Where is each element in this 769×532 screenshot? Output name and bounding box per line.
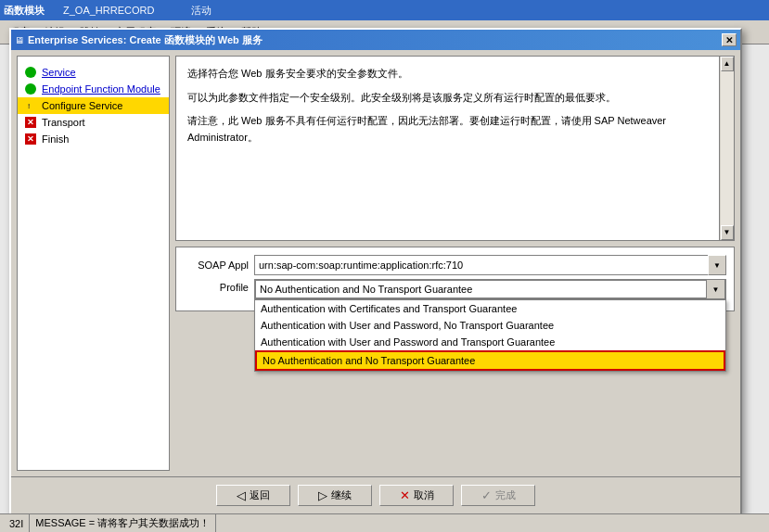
cancel-button[interactable]: ✕ 取消 (379, 485, 454, 506)
scroll-up-button[interactable]: ▲ (721, 57, 734, 71)
profile-dropdown-arrow[interactable]: ▼ (706, 280, 724, 298)
endpoint-status-icon (25, 83, 36, 95)
modal-footer: ◁ 返回 ▷ 继续 ✕ 取消 ✓ 完成 (11, 476, 740, 513)
status-bar: 32I MESSAGE = 请将客户其关数据成功！ (0, 513, 769, 532)
description-box: 选择符合您 Web 服务安全要求的安全参数文件。 可以为此参数文件指定一个安全级… (175, 56, 735, 241)
transport-text: Transport (42, 117, 85, 128)
nav-item-endpoint[interactable]: Endpoint Function Module (18, 81, 169, 97)
profile-dropdown-list: Authentication with Certificates and Tra… (254, 299, 726, 372)
navigation-panel: Service Endpoint Function Module ! Confi… (17, 56, 170, 471)
soap-value: urn:sap-com:soap:runtime:application:rfc… (255, 258, 467, 272)
sap-window-col2: Z_OA_HRRECORD (63, 5, 154, 16)
profile-select-display[interactable]: No Authentication and No Transport Guara… (254, 279, 726, 299)
desc-para3: 请注意，此 Web 服务不具有任何运行时配置，因此无法部署。要创建运行时配置，请… (187, 113, 708, 146)
soap-label: SOAP Appl (184, 260, 249, 271)
scroll-down-button[interactable]: ▼ (721, 225, 734, 240)
content-panel: 选择符合您 Web 服务安全要求的安全参数文件。 可以为此参数文件指定一个安全级… (175, 56, 735, 471)
nav-item-finish[interactable]: ✕ Finish (18, 131, 169, 147)
desc-para1: 选择符合您 Web 服务安全要求的安全参数文件。 (187, 66, 708, 82)
profile-row: Profile No Authentication and No Transpo… (184, 279, 726, 299)
service-status-icon (25, 67, 36, 78)
endpoint-link[interactable]: Endpoint Function Module (42, 83, 160, 95)
dropdown-option-4[interactable]: No Authentication and No Transport Guara… (255, 350, 725, 371)
cancel-icon: ✕ (400, 488, 410, 502)
status-message: MESSAGE = 请将客户其关数据成功！ (30, 514, 216, 532)
sap-window-col3: 活动 (191, 4, 211, 18)
soap-control-wrapper: urn:sap-com:soap:runtime:application:rfc… (254, 255, 726, 275)
soap-dropdown-arrow[interactable]: ▼ (708, 255, 726, 275)
nav-item-transport[interactable]: ✕ Transport (18, 114, 169, 131)
nav-item-configure[interactable]: ! Configure Service (18, 97, 169, 114)
profile-label: Profile (184, 282, 249, 293)
back-button[interactable]: ◁ 返回 (216, 485, 290, 506)
dropdown-option-1[interactable]: Authentication with Certificates and Tra… (255, 300, 725, 317)
continue-button[interactable]: ▷ 继续 (298, 485, 372, 506)
form-area: SOAP Appl urn:sap-com:soap:runtime:appli… (175, 247, 735, 311)
finish-text: Finish (42, 133, 69, 145)
nav-item-service[interactable]: Service (18, 64, 169, 81)
modal-titlebar: 🖥 Enterprise Services: Create 函数模块的 Web … (11, 30, 740, 50)
dropdown-option-3[interactable]: Authentication with User and Password an… (255, 334, 725, 350)
finish-status-icon: ✕ (25, 133, 36, 145)
desc-para2: 可以为此参数文件指定一个安全级别。此安全级别将是该服务定义所有运行时配置的最低要… (187, 90, 708, 107)
service-link[interactable]: Service (42, 67, 76, 78)
soap-row: SOAP Appl urn:sap-com:soap:runtime:appli… (184, 255, 726, 275)
sap-window-title: 函数模块 (4, 4, 45, 18)
transport-status-icon: ✕ (25, 117, 36, 128)
modal-title-text: Enterprise Services: Create 函数模块的 Web 服务 (28, 33, 722, 47)
scroll-track (721, 71, 734, 225)
back-label: 返回 (250, 488, 270, 502)
modal-title-icon: 🖥 (15, 35, 24, 45)
configure-status-icon: ! (25, 101, 36, 111)
modal-close-button[interactable]: ✕ (722, 33, 737, 46)
cancel-label: 取消 (414, 488, 434, 502)
finish-button[interactable]: ✓ 完成 (461, 485, 535, 506)
finish-label: 完成 (495, 488, 516, 502)
profile-selected-value: No Authentication and No Transport Guara… (256, 282, 706, 297)
sap-header: 函数模块 Z_OA_HRRECORD 活动 (0, 0, 769, 20)
modal-body: Service Endpoint Function Module ! Confi… (11, 50, 740, 476)
status-code: 32I (4, 514, 30, 532)
description-scrollbar[interactable]: ▲ ▼ (719, 57, 734, 240)
continue-icon: ▷ (318, 488, 327, 502)
configure-text: Configure Service (42, 100, 122, 111)
finish-icon: ✓ (481, 488, 492, 502)
soap-field: urn:sap-com:soap:runtime:application:rfc… (254, 255, 726, 275)
continue-label: 继续 (331, 488, 352, 502)
dropdown-option-2[interactable]: Authentication with User and Password, N… (255, 317, 725, 334)
back-icon: ◁ (237, 488, 246, 502)
profile-control-wrapper: No Authentication and No Transport Guara… (254, 279, 726, 299)
modal-dialog: 🖥 Enterprise Services: Create 函数模块的 Web … (9, 28, 742, 515)
